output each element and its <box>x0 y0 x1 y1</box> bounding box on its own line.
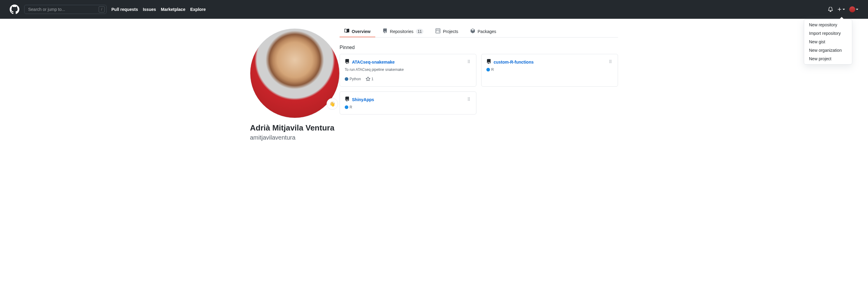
menu-new-gist[interactable]: New gist <box>804 37 852 46</box>
primary-nav: Pull requests Issues Marketplace Explore <box>112 7 206 12</box>
lang-color-dot <box>345 105 348 109</box>
github-logo[interactable] <box>10 4 19 14</box>
repo-count-badge: 11 <box>416 29 424 34</box>
pinned-repo-card: custom-R-functions R <box>481 54 618 87</box>
status-badge[interactable]: 👋 <box>327 98 338 110</box>
repo-language: Python <box>345 77 361 81</box>
grab-handle-icon[interactable] <box>608 59 613 65</box>
search-input[interactable] <box>24 5 106 14</box>
global-header: / Pull requests Issues Marketplace Explo… <box>0 0 868 19</box>
user-menu[interactable] <box>849 6 858 12</box>
package-icon <box>470 28 475 34</box>
search-slash-hint: / <box>99 6 105 12</box>
grab-handle-icon[interactable] <box>466 97 471 103</box>
tab-projects[interactable]: Projects <box>431 26 463 37</box>
tab-repositories[interactable]: Repositories 11 <box>378 26 428 37</box>
menu-new-project[interactable]: New project <box>804 55 852 63</box>
profile-sidebar: 👋 Adrià Mitjavila Ventura amitjavilavent… <box>250 19 340 142</box>
repo-stars[interactable]: 1 <box>366 76 373 82</box>
repo-icon <box>382 28 388 34</box>
project-icon <box>435 28 440 34</box>
caret-down-icon <box>843 9 845 10</box>
repo-language: R <box>345 105 352 109</box>
tab-label: Projects <box>443 29 458 34</box>
caret-down-icon <box>856 9 858 10</box>
menu-new-organization[interactable]: New organization <box>804 46 852 55</box>
avatar-icon <box>849 6 855 12</box>
pinned-repo-card: ATACseq-snakemake To run ATACseq pipelin… <box>340 54 476 87</box>
header-actions: New repository Import repository New gis… <box>828 6 858 12</box>
tab-packages[interactable]: Packages <box>465 26 501 37</box>
grab-handle-icon[interactable] <box>466 59 471 65</box>
profile-tabs: Overview Repositories 11 Projects Packag… <box>340 19 618 37</box>
repo-link[interactable]: ATACseq-snakemake <box>352 60 395 64</box>
book-icon <box>344 28 349 34</box>
tab-label: Packages <box>477 29 496 34</box>
pinned-repo-card: ShinyApps R <box>340 91 476 115</box>
repo-language: R <box>486 67 494 72</box>
pinned-section: Pinned ATACseq-snakemake To run ATACseq … <box>340 37 618 115</box>
repo-link[interactable]: ShinyApps <box>352 97 374 102</box>
repo-meta: R <box>486 67 613 72</box>
tab-label: Overview <box>352 29 370 34</box>
repo-icon <box>345 59 349 65</box>
repo-icon <box>345 97 349 103</box>
nav-issues[interactable]: Issues <box>143 7 156 12</box>
create-new-menu: New repository Import repository New gis… <box>804 19 852 64</box>
repo-icon <box>486 59 491 65</box>
tab-overview[interactable]: Overview <box>340 26 375 37</box>
profile-content: Overview Repositories 11 Projects Packag… <box>340 19 618 142</box>
tab-label: Repositories <box>390 29 413 34</box>
profile-avatar[interactable] <box>250 28 340 118</box>
pinned-grid: ATACseq-snakemake To run ATACseq pipelin… <box>340 54 618 115</box>
main-content: 👋 Adrià Mitjavila Ventura amitjavilavent… <box>240 19 628 142</box>
menu-new-repository[interactable]: New repository <box>804 21 852 29</box>
search-box: / <box>24 5 106 14</box>
repo-meta: R <box>345 105 471 109</box>
profile-username: amitjavilaventura <box>250 133 340 142</box>
pinned-heading: Pinned <box>340 45 618 50</box>
menu-import-repository[interactable]: Import repository <box>804 29 852 37</box>
lang-color-dot <box>486 68 490 71</box>
lang-color-dot <box>345 77 348 81</box>
nav-explore[interactable]: Explore <box>190 7 206 12</box>
create-new-dropdown[interactable] <box>837 7 845 12</box>
nav-marketplace[interactable]: Marketplace <box>161 7 186 12</box>
nav-pull-requests[interactable]: Pull requests <box>112 7 138 12</box>
notifications-icon[interactable] <box>828 7 833 12</box>
profile-full-name: Adrià Mitjavila Ventura <box>250 123 340 133</box>
repo-description: To run ATACseq pipeline snakemake <box>345 67 471 72</box>
repo-meta: Python1 <box>345 76 471 82</box>
repo-link[interactable]: custom-R-functions <box>494 60 534 64</box>
avatar-container: 👋 <box>250 28 340 118</box>
